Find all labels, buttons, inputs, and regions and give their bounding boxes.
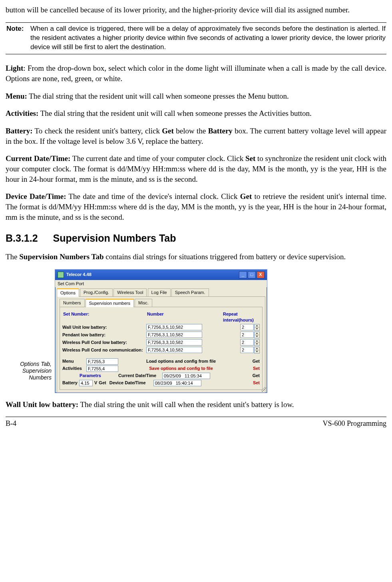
page-number: B-4: [6, 419, 16, 428]
battery-get-button[interactable]: Get: [99, 380, 106, 386]
paragraph-device-datetime: Device Date/Time: The date and time of t…: [6, 191, 386, 222]
note-text: When a call device is triggered, there w…: [30, 24, 386, 52]
tab-misc[interactable]: Misc.: [135, 299, 152, 307]
row-pendant-low-battery: Pendant low battery: ▲▼: [62, 332, 260, 338]
row-wireless-pull-cord-no-comm: Wireless Pull Cord no communication: ▲▼: [62, 347, 260, 354]
tabs-primary: Options Prog./Config. Wireless Tool Log …: [55, 287, 267, 296]
number-input[interactable]: [146, 324, 202, 330]
battery-input[interactable]: [79, 380, 93, 386]
doc-title: VS-600 Programming: [323, 419, 387, 428]
resize-grip-icon[interactable]: [261, 387, 266, 392]
maximize-button[interactable]: □: [248, 271, 256, 278]
spin-down-icon[interactable]: ▼: [255, 343, 259, 346]
section-heading: B.3.1.2Supervision Numbers Tab: [6, 232, 386, 245]
paragraph-activities: Activities: The dial string that the res…: [6, 108, 386, 119]
figure-caption: Options Tab, Supervision Numbers: [6, 361, 52, 381]
page-footer: B-4 VS-600 Programming: [6, 417, 386, 428]
note-label: Note:: [6, 24, 30, 52]
cdt-get-button[interactable]: Get: [244, 373, 260, 379]
app-icon: [58, 272, 64, 278]
tab-wireless-tool[interactable]: Wireless Tool: [113, 288, 147, 296]
row-label: Wireless Pull Cord low battery:: [62, 340, 146, 346]
row-wall-unit-low-battery: Wall Unit low battery: ▲▼: [62, 324, 260, 331]
repeat-input[interactable]: [240, 332, 254, 338]
hdr-repeat: Repeat interval(hours): [223, 311, 259, 323]
menubar-item[interactable]: Set Com Port: [55, 280, 267, 288]
menu-label: Menu:: [6, 92, 27, 100]
tab-options[interactable]: Options: [57, 288, 79, 297]
repeat-spinner[interactable]: ▲▼: [240, 324, 260, 331]
ddt-get: Get: [240, 192, 252, 201]
spin-up-icon[interactable]: ▲: [255, 340, 259, 343]
repeat-input[interactable]: [240, 347, 254, 353]
parametrs-label: Parametrs: [62, 373, 118, 379]
ddt-set-button[interactable]: Set: [244, 380, 260, 386]
spin-up-icon[interactable]: ▲: [255, 347, 259, 350]
repeat-spinner[interactable]: ▲▼: [240, 332, 260, 338]
number-input[interactable]: [146, 347, 202, 353]
spin-down-icon[interactable]: ▼: [255, 350, 259, 353]
spin-up-icon[interactable]: ▲: [255, 332, 259, 335]
battery-box-label: Battery: [208, 127, 233, 135]
activities-input[interactable]: [86, 365, 118, 372]
row-label: Wall Unit low battery:: [62, 324, 146, 330]
menu-input[interactable]: [86, 358, 118, 365]
ddt-label: Device Date/Time:: [6, 192, 66, 201]
minimize-button[interactable]: _: [239, 271, 247, 278]
paragraph-intro: button will be cancelled because of its …: [6, 5, 386, 15]
tab-speech-param[interactable]: Speech Param.: [171, 288, 209, 296]
hdr-number: Number: [147, 311, 223, 323]
activities-label: Activities:: [6, 109, 38, 117]
load-options-label[interactable]: Load options and config from file: [118, 358, 244, 364]
supervision-tab-bold: Supervision Numbers Tab: [19, 252, 103, 261]
activities-label: Activities: [62, 365, 86, 371]
cdt-label: Current Date/Time:: [6, 154, 70, 163]
close-button[interactable]: X: [257, 271, 265, 278]
section-number: B.3.1.2: [6, 232, 38, 244]
paragraph-light: Light: From the drop-down box, select wh…: [6, 63, 386, 83]
tab-supervision-numbers[interactable]: Supervision numbers: [86, 299, 134, 307]
menu-label: Menu: [62, 358, 86, 364]
activities-text: The dial string that the resident unit w…: [38, 109, 312, 117]
section-title: Supervision Numbers Tab: [53, 232, 176, 244]
load-get-button[interactable]: Get: [244, 358, 260, 364]
ddt-input[interactable]: [153, 380, 201, 386]
row-wireless-pull-cord-low-battery: Wireless Pull Cord low battery: ▲▼: [62, 339, 260, 346]
column-headers: Set Number: Number Repeat interval(hours…: [63, 311, 259, 323]
repeat-spinner[interactable]: ▲▼: [240, 339, 260, 346]
paragraph-menu: Menu: The dial string that the resident …: [6, 91, 386, 101]
repeat-spinner[interactable]: ▲▼: [240, 347, 260, 354]
bottom-grid: Menu Load options and config from file G…: [62, 358, 260, 386]
cdt-set: Set: [245, 154, 255, 163]
save-options-label[interactable]: Save options and config to file: [118, 365, 244, 371]
window-title: Telecor 4.48: [66, 272, 92, 278]
options-panel: Numbers Supervision numbers Misc. Set Nu…: [57, 296, 265, 393]
cdt-label: Current Date/Time: [118, 373, 162, 379]
spin-down-icon[interactable]: ▼: [255, 335, 259, 338]
hdr-set-number: Set Number:: [63, 311, 147, 323]
battery-label: Battery: [62, 380, 79, 386]
light-text: : From the drop-down box, select which c…: [6, 64, 386, 83]
paragraph-supervision-intro: The Supervision Numbers Tab contains dia…: [6, 252, 386, 262]
volt-label: V: [94, 380, 97, 386]
repeat-input[interactable]: [240, 339, 254, 346]
titlebar[interactable]: Telecor 4.48 _ □ X: [55, 270, 267, 280]
paragraph-battery: Battery: To check the resident unit's ba…: [6, 126, 386, 146]
menu-text: The dial string that the resident unit w…: [27, 92, 289, 100]
wall-unit-label: Wall Unit low battery:: [6, 400, 78, 409]
paragraph-current-datetime: Current Date/Time: The current date and …: [6, 153, 386, 184]
number-input[interactable]: [146, 332, 202, 338]
battery-get: Get: [162, 127, 174, 135]
repeat-input[interactable]: [240, 324, 254, 330]
spin-down-icon[interactable]: ▼: [255, 328, 259, 330]
tab-numbers[interactable]: Numbers: [60, 299, 85, 307]
tab-prog-config[interactable]: Prog./Config.: [80, 288, 113, 296]
tab-log-file[interactable]: Log File: [148, 288, 171, 296]
save-set-button[interactable]: Set: [244, 365, 260, 371]
app-window: Telecor 4.48 _ □ X Set Com Port Options …: [55, 269, 267, 393]
cdt-input[interactable]: [162, 373, 210, 379]
spin-up-icon[interactable]: ▲: [255, 324, 259, 328]
figure-wrap: Options Tab, Supervision Numbers Telecor…: [6, 269, 386, 393]
number-input[interactable]: [146, 339, 202, 346]
row-label: Wireless Pull Cord no communication:: [62, 347, 146, 353]
